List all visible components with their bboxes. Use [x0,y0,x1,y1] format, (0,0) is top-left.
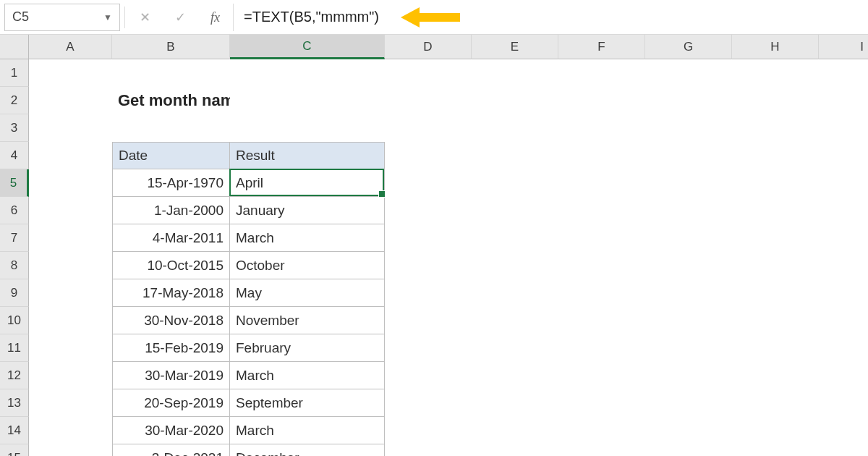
cell-D3[interactable] [385,114,472,142]
cell-I2[interactable] [819,87,868,114]
row-header-11[interactable]: 11 [0,334,29,362]
cell-F8[interactable] [558,252,645,279]
cell-I4[interactable] [819,142,868,169]
cell-C3[interactable] [230,114,385,142]
cell-H13[interactable] [732,389,819,417]
cell-H2[interactable] [732,87,819,114]
cell-G12[interactable] [645,362,732,389]
column-header-I[interactable]: I [819,35,868,59]
date-cell[interactable]: 15-Feb-2019 [112,334,230,362]
cell-D9[interactable] [385,279,472,307]
cell-D13[interactable] [385,389,472,417]
cell-A10[interactable] [29,307,112,334]
cell-G2[interactable] [645,87,732,114]
column-header-E[interactable]: E [472,35,558,59]
date-cell[interactable]: 30-Nov-2018 [112,307,230,334]
cell-G1[interactable] [645,59,732,87]
cell-A2[interactable] [29,87,112,114]
cell-I14[interactable] [819,417,868,444]
cell-E7[interactable] [472,224,558,252]
dropdown-icon[interactable]: ▼ [103,12,112,22]
row-header-7[interactable]: 7 [0,224,29,252]
cell-F11[interactable] [558,334,645,362]
cell-D10[interactable] [385,307,472,334]
result-cell[interactable]: March [230,417,385,444]
cell-H7[interactable] [732,224,819,252]
cell-I6[interactable] [819,197,868,224]
cell-A1[interactable] [29,59,112,87]
cell-D4[interactable] [385,142,472,169]
cell-F15[interactable] [558,444,645,456]
cell-H15[interactable] [732,444,819,456]
row-header-1[interactable]: 1 [0,59,29,87]
cell-G14[interactable] [645,417,732,444]
date-cell[interactable]: 30-Mar-2020 [112,417,230,444]
row-header-3[interactable]: 3 [0,114,29,142]
cell-A7[interactable] [29,224,112,252]
cell-I7[interactable] [819,224,868,252]
cell-F1[interactable] [558,59,645,87]
cell-G11[interactable] [645,334,732,362]
cancel-icon[interactable]: ✕ [140,11,150,24]
date-cell[interactable]: 3-Dec-2021 [112,444,230,456]
cell-F13[interactable] [558,389,645,417]
cell-A14[interactable] [29,417,112,444]
row-header-14[interactable]: 14 [0,417,29,444]
cell-G13[interactable] [645,389,732,417]
cell-H1[interactable] [732,59,819,87]
cell-G5[interactable] [645,169,732,197]
row-header-9[interactable]: 9 [0,279,29,307]
cell-H3[interactable] [732,114,819,142]
title-cell[interactable]: Get month name from date [112,87,230,114]
cell-H10[interactable] [732,307,819,334]
result-cell[interactable]: September [230,389,385,417]
row-header-12[interactable]: 12 [0,362,29,389]
row-header-15[interactable]: 15 [0,444,29,456]
cell-A9[interactable] [29,279,112,307]
cell-F5[interactable] [558,169,645,197]
row-header-4[interactable]: 4 [0,142,29,169]
cell-E12[interactable] [472,362,558,389]
cell-F14[interactable] [558,417,645,444]
cell-G10[interactable] [645,307,732,334]
column-header-F[interactable]: F [558,35,645,59]
cell-E4[interactable] [472,142,558,169]
cell-G8[interactable] [645,252,732,279]
cell-A4[interactable] [29,142,112,169]
cell-D7[interactable] [385,224,472,252]
result-cell[interactable]: December [230,444,385,456]
cell-E9[interactable] [472,279,558,307]
cell-F9[interactable] [558,279,645,307]
cell-H6[interactable] [732,197,819,224]
cell-G7[interactable] [645,224,732,252]
table-header-result[interactable]: Result [230,142,385,169]
row-header-8[interactable]: 8 [0,252,29,279]
column-header-G[interactable]: G [645,35,732,59]
cell-H11[interactable] [732,334,819,362]
cell-F7[interactable] [558,224,645,252]
fx-icon[interactable]: fx [210,11,220,24]
row-header-13[interactable]: 13 [0,389,29,417]
cell-D6[interactable] [385,197,472,224]
name-box[interactable]: C5 ▼ [4,4,120,31]
cell-I5[interactable] [819,169,868,197]
cell-G9[interactable] [645,279,732,307]
cell-A13[interactable] [29,389,112,417]
result-cell[interactable]: March [230,362,385,389]
cell-F6[interactable] [558,197,645,224]
cell-A6[interactable] [29,197,112,224]
cell-B3[interactable] [112,114,230,142]
cell-E6[interactable] [472,197,558,224]
cell-E15[interactable] [472,444,558,456]
cell-D15[interactable] [385,444,472,456]
column-header-C[interactable]: C [230,35,385,59]
cell-D8[interactable] [385,252,472,279]
cell-E3[interactable] [472,114,558,142]
cell-D5[interactable] [385,169,472,197]
cell-E14[interactable] [472,417,558,444]
cell-D14[interactable] [385,417,472,444]
cell-H5[interactable] [732,169,819,197]
cell-D1[interactable] [385,59,472,87]
cell-H9[interactable] [732,279,819,307]
cell-D2[interactable] [385,87,472,114]
